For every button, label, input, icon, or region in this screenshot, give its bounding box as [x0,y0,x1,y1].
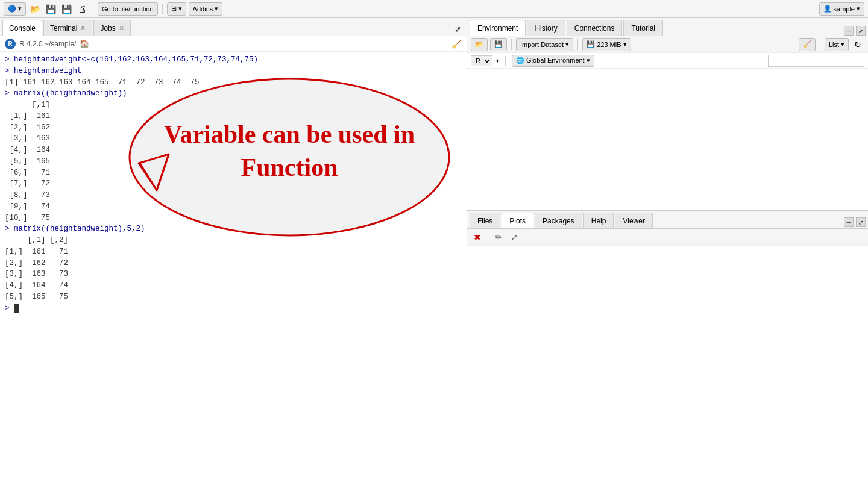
list-view-label: List [829,41,839,48]
console-line-19: [2,] 162 72 [5,258,462,269]
addins-label: Addins [193,5,213,13]
console-line-15: [10,] 75 [5,213,462,224]
tab-viewer[interactable]: Viewer [615,213,652,228]
save-workspace-icon: 💾 [494,40,503,48]
right-top-minimize-btn[interactable]: ─ [844,26,854,36]
r-new-icon: 🔵 [8,5,16,13]
env-search-input[interactable] [768,55,864,67]
global-env-label: Global Environment [526,57,585,64]
delete-icon: ✖ [474,232,481,242]
brush-btn[interactable]: ✏ [492,231,505,244]
env-content-area [467,69,868,210]
user-arrow: ▾ [857,5,860,13]
tab-plots[interactable]: Plots [502,213,533,228]
global-env-btn[interactable]: 🌐 Global Environment ▾ [512,55,594,67]
tab-help-label: Help [591,217,606,225]
print-icon: 🖨 [78,4,86,14]
console-line-11: [6,] 71 [5,167,462,179]
tab-console[interactable]: Console [2,20,42,36]
save-workspace-btn[interactable]: 💾 [490,38,507,51]
open-icon: 📂 [30,4,40,14]
new-file-btn[interactable]: 🔵 ▾ [4,2,26,16]
delete-plot-btn[interactable]: ✖ [471,231,484,244]
right-top-panel: Environment History Connections Tutorial… [467,18,868,211]
global-env-icon: 🌐 [516,57,524,64]
r-logo: R [5,39,16,49]
load-workspace-icon: 📂 [475,40,483,48]
toolbar-separator-2 [162,4,163,14]
files-sep-1 [488,232,488,242]
code-menu-arrow: ▾ [178,5,182,13]
toolbar-separator-1 [93,4,93,14]
env-refresh-btn[interactable]: ↻ [851,38,864,51]
go-to-file-label: Go to file/function [102,5,154,13]
load-workspace-btn[interactable]: 📂 [471,38,488,51]
right-bottom-minimize-btn[interactable]: ─ [844,217,854,227]
env-toolbar-sep3 [820,39,820,50]
addins-btn[interactable]: Addins ▾ [189,2,223,16]
tab-connections-label: Connections [574,24,615,33]
right-panel: Environment History Connections Tutorial… [467,18,868,492]
addins-arrow: ▾ [215,5,218,13]
zoom-icon: ⤢ [511,232,518,242]
global-env-arrow: ▾ [587,57,590,64]
memory-btn[interactable]: 💾 223 MiB ▾ [582,38,631,51]
clear-env-btn[interactable]: 🧹 [799,38,816,51]
tab-jobs[interactable]: Jobs ✕ [93,20,130,36]
console-line-12: [7,] 72 [5,178,462,190]
right-tab-bar: Environment History Connections Tutorial… [467,18,868,36]
tab-connections[interactable]: Connections [567,20,623,36]
save-icon: 💾 [46,4,56,14]
tab-environment-label: Environment [477,24,518,33]
memory-arrow: ▾ [623,40,627,48]
save-all-btn[interactable]: 💾 [60,2,73,16]
home-icon: 🏠 [80,39,89,48]
tab-packages[interactable]: Packages [535,213,582,228]
list-view-btn[interactable]: List ▾ [825,38,849,51]
open-file-btn[interactable]: 📂 [28,2,42,16]
tab-console-label: Console [9,24,36,33]
env-toolbar-sep2 [577,39,578,50]
tab-terminal-close[interactable]: ✕ [80,24,86,32]
env-toolbar-sep [511,39,512,50]
zoom-btn[interactable]: ⤢ [508,231,521,244]
tab-files[interactable]: Files [470,213,500,228]
console-line-13: [8,] 73 [5,190,462,201]
files-tab-bar: Files Plots Packages Help Viewer ─ ⤢ [467,211,868,229]
tab-tutorial[interactable]: Tutorial [623,20,663,36]
import-dataset-btn[interactable]: Import Dataset ▾ [516,38,573,51]
console-line-6: [1,] 161 [5,111,462,122]
r-version-bar: R ▾ 🌐 Global Environment ▾ [467,53,868,69]
console-line-21: [4,] 164 74 [5,280,462,291]
save-btn[interactable]: 💾 [44,2,57,16]
right-top-maximize-btn[interactable]: ⤢ [856,26,866,36]
console-line-18: [1,] 161 71 [5,246,462,258]
go-to-file-btn[interactable]: Go to file/function [98,2,158,16]
code-menu-btn[interactable]: ⊞ ▾ [167,2,186,16]
tab-environment[interactable]: Environment [470,20,526,36]
console-line-5: [,1] [5,99,462,111]
tab-terminal[interactable]: Terminal ✕ [43,20,92,36]
user-icon: 👤 [823,5,832,13]
import-dataset-label: Import Dataset [520,41,564,48]
main-layout: Console Terminal ✕ Jobs ✕ ⤢ R R 4.2.0 ~/… [0,18,868,492]
tab-jobs-close[interactable]: ✕ [119,24,124,32]
new-dropdown-arrow: ▾ [18,5,22,13]
tab-jobs-label: Jobs [100,24,115,33]
tab-packages-label: Packages [542,217,574,225]
tab-history[interactable]: History [527,20,565,36]
left-panel-maximize-btn[interactable]: ⤢ [451,22,464,36]
console-line-2: > heightandweight [5,66,462,77]
console-line-22: [5,] 165 75 [5,291,462,303]
console-clear-btn[interactable]: 🧹 [451,39,462,49]
console-line-17: [,1] [,2] [5,235,462,246]
r-version-select[interactable]: R [471,55,492,66]
r-arrow: ▾ [496,57,499,64]
user-btn[interactable]: 👤 sample ▾ [819,2,864,16]
print-btn[interactable]: 🖨 [75,2,89,16]
tab-help[interactable]: Help [583,213,614,228]
right-bottom-maximize-btn[interactable]: ⤢ [856,217,866,227]
files-toolbar: ✖ ✏ ⤢ [467,229,868,246]
console-line-9: [4,] 164 [5,145,462,156]
files-tab-end: ─ ⤢ [844,217,866,228]
